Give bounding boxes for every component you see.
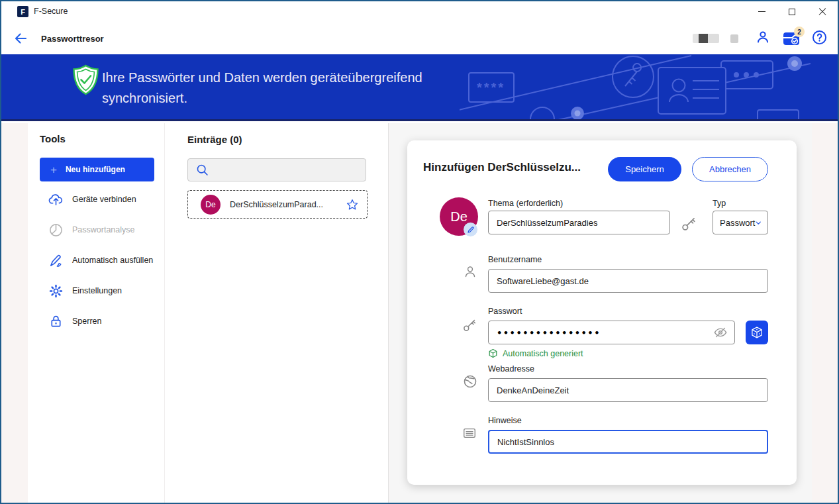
star-icon[interactable] xyxy=(346,198,359,211)
benutzername-input[interactable] xyxy=(488,269,768,293)
typ-select[interactable]: Passwort xyxy=(713,211,768,234)
detail-title: Hinzufügen DerSchlüsselzu... xyxy=(423,161,602,174)
entry-detail-card: Hinzufügen DerSchlüsselzu... Speichern A… xyxy=(407,140,797,485)
sidebar-item-connect-devices[interactable]: Geräte verbinden xyxy=(40,184,159,215)
webadresse-input[interactable] xyxy=(488,378,768,402)
key-icon xyxy=(462,317,478,332)
sidebar-item-lock[interactable]: Sperren xyxy=(40,306,159,336)
sidebar-item-settings[interactable]: Einstellungen xyxy=(40,276,159,306)
thema-label: Thema (erforderlich) xyxy=(488,199,563,208)
profile-button[interactable] xyxy=(755,29,771,48)
cancel-button[interactable]: Abbrechen xyxy=(692,157,768,181)
back-arrow-icon xyxy=(13,30,28,46)
avatar-edit-button[interactable] xyxy=(464,223,477,236)
pie-analysis-icon xyxy=(48,223,64,238)
sync-message: Ihre Passwörter und Daten werden geräteü… xyxy=(102,68,422,109)
toolbar-placeholder-wide xyxy=(693,34,719,43)
sidebar-item-label: Automatisch ausfüllen xyxy=(72,256,153,265)
globe-icon xyxy=(462,374,478,389)
search-input[interactable] xyxy=(215,159,366,181)
app-window: F F-Secure Passworttresor xyxy=(0,0,839,504)
add-new-label: Neu hinzufügen xyxy=(66,165,125,174)
hinweise-label: Hinweise xyxy=(488,416,522,425)
autofill-pen-icon xyxy=(48,253,64,268)
detail-area: Hinzufügen DerSchlüsselzu... Speichern A… xyxy=(389,123,812,503)
sidebar-item-label: Geräte verbinden xyxy=(72,195,136,204)
tools-heading: Tools xyxy=(40,133,66,144)
help-icon xyxy=(812,30,827,45)
toolbar-placeholder-small xyxy=(730,34,738,43)
person-icon xyxy=(462,264,478,279)
sidebar-item-label: Sperren xyxy=(72,317,101,326)
gear-icon xyxy=(48,283,64,299)
f-secure-logo-icon: F xyxy=(17,6,28,17)
nav-bar: Passworttresor 2 xyxy=(1,22,838,54)
lock-icon xyxy=(48,314,64,329)
titlebar: F F-Secure xyxy=(1,1,838,22)
search-icon xyxy=(195,163,209,177)
user-profile-icon xyxy=(755,29,771,45)
banner-password-mask: **** xyxy=(477,80,505,95)
passwort-input[interactable] xyxy=(488,321,735,344)
notification-badge: 2 xyxy=(794,26,805,37)
minimize-icon xyxy=(758,11,765,13)
maximize-button[interactable] xyxy=(777,1,807,22)
typ-value: Passwort xyxy=(720,218,755,228)
generated-note-text: Automatisch generiert xyxy=(503,349,583,358)
maximize-icon xyxy=(789,9,795,15)
page-title: Passworttresor xyxy=(41,34,104,44)
hinweise-input[interactable] xyxy=(488,430,768,454)
chevron-down-icon xyxy=(755,219,762,227)
add-new-button[interactable]: + Neu hinzufügen xyxy=(40,158,154,181)
search-box[interactable] xyxy=(187,158,366,181)
save-button[interactable]: Speichern xyxy=(608,157,681,181)
app-title: F-Secure xyxy=(34,7,68,16)
key-icon xyxy=(681,215,698,232)
sync-message-line2: synchronisiert. xyxy=(102,88,422,109)
sidebar-item-password-analysis[interactable]: Passwortanalyse xyxy=(40,215,159,245)
sidebar-item-autofill[interactable]: Automatisch ausfüllen xyxy=(40,245,159,276)
sync-message-line1: Ihre Passwörter und Daten werden geräteü… xyxy=(102,68,422,88)
entry-label: DerSchlüsselzumParad... xyxy=(230,200,336,209)
sidebar-item-label: Einstellungen xyxy=(72,286,122,295)
cloud-connect-icon xyxy=(48,192,64,207)
window-controls xyxy=(746,1,838,22)
dice-generated-icon xyxy=(488,348,498,358)
sync-banner: **** Ihre Passwörter und Daten werden ge… xyxy=(1,54,838,121)
tools-sidebar: Tools + Neu hinzufügen Geräte verbinden … xyxy=(28,123,164,503)
eye-off-icon[interactable] xyxy=(713,325,728,340)
nav-actions: 2 xyxy=(693,29,827,48)
passwort-field xyxy=(488,321,735,344)
generated-note: Automatisch generiert xyxy=(488,348,583,358)
webadresse-label: Webadresse xyxy=(488,364,534,374)
shield-check-icon xyxy=(72,64,99,95)
dice-icon xyxy=(750,326,764,339)
typ-label: Typ xyxy=(713,199,726,208)
benutzername-label: Benutzername xyxy=(488,255,542,264)
entries-heading: Einträge (0) xyxy=(187,134,242,145)
thema-input[interactable] xyxy=(488,211,670,234)
vault-status-button[interactable]: 2 xyxy=(782,30,801,46)
entry-avatar: De xyxy=(201,195,221,215)
passwort-label: Passwort xyxy=(488,307,522,316)
entries-panel: Einträge (0) De DerSchlüsselzumParad... xyxy=(164,123,389,503)
banner-decoration: **** xyxy=(460,54,811,121)
close-icon xyxy=(818,8,826,16)
close-button[interactable] xyxy=(807,1,838,22)
content-area: Tools + Neu hinzufügen Geräte verbinden … xyxy=(1,123,838,503)
minimize-button[interactable] xyxy=(746,1,777,22)
plus-icon: + xyxy=(50,164,57,176)
entry-list-item[interactable]: De DerSchlüsselzumParad... xyxy=(187,190,368,219)
help-button[interactable] xyxy=(812,30,827,48)
back-button[interactable] xyxy=(13,30,28,46)
pencil-edit-icon xyxy=(467,226,475,234)
generate-password-button[interactable] xyxy=(746,321,768,344)
sidebar-item-label: Passwortanalyse xyxy=(72,225,135,234)
notes-icon xyxy=(462,425,477,441)
